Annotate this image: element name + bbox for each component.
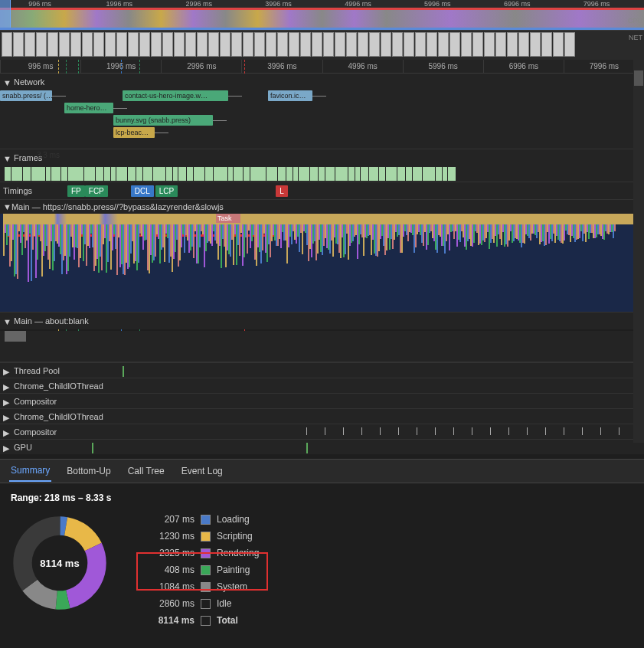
filmstrip-frame[interactable] [289,32,299,57]
filmstrip-frame[interactable] [415,32,426,57]
cpu-overview[interactable]: 996 ms1996 ms2996 ms3996 ms4996 ms5996 m… [0,0,644,31]
frame-segment[interactable] [335,167,348,181]
frame-segment[interactable] [166,167,172,181]
frame-segment[interactable] [136,167,142,181]
frame-segment[interactable] [443,167,447,181]
frame-segment[interactable] [23,167,31,181]
network-toggle[interactable]: ▼Network [0,74,644,90]
childio-toggle-2[interactable]: ▶Chrome_ChildIOThread [0,409,644,424]
filmstrip-frame[interactable] [36,32,47,57]
frame-segment[interactable] [116,167,127,181]
tab-calltree[interactable]: Call Tree [126,461,166,481]
filmstrip-frame[interactable] [518,32,529,57]
net-request[interactable]: favicon.ic… [268,90,312,101]
frame-segment[interactable] [286,167,293,181]
frame-segment[interactable] [436,167,442,181]
filmstrip-frame[interactable] [312,32,322,57]
tab-bottomup[interactable]: Bottom-Up [65,461,112,481]
filmstrip-frame[interactable] [93,32,104,57]
fcp-marker[interactable]: FCP [85,185,108,197]
filmstrip-frame[interactable] [323,32,334,57]
filmstrip-frame[interactable] [47,32,58,57]
filmstrip-frame[interactable] [449,32,460,57]
filmstrip-frame[interactable] [484,32,495,57]
frame-segment[interactable] [397,167,405,181]
main-flamegraph[interactable]: Task [0,214,644,312]
filmstrip-frame[interactable] [139,32,150,57]
fp-marker[interactable]: FP [67,185,85,197]
filmstrip-frame[interactable] [220,32,230,57]
frame-segment[interactable] [46,167,51,181]
range-handle-left[interactable] [0,0,11,31]
filmstrip-frame[interactable] [70,32,81,57]
frame-segment[interactable] [361,167,368,181]
frame-segment[interactable] [325,167,335,181]
frame-segment[interactable] [214,167,227,181]
filmstrip-frame[interactable] [300,32,311,57]
net-request[interactable]: home-hero… [64,103,113,113]
frame-segment[interactable] [187,167,193,181]
filmstrip-frame[interactable] [185,32,196,57]
filmstrip-frame[interactable] [346,32,357,57]
frame-segment[interactable] [31,167,45,181]
filmstrip-frame[interactable] [358,32,368,57]
frames-toggle[interactable]: ▼Frames3.3 ms [0,149,644,166]
compositor-row-2[interactable]: ▶Compositor [0,424,644,439]
frame-segment[interactable] [299,167,309,181]
flame-task-row[interactable] [3,214,641,224]
frame-segment[interactable] [143,167,152,181]
filmstrip-frame[interactable] [59,32,70,57]
filmstrip-frame[interactable] [472,32,483,57]
frame-segment[interactable] [228,167,233,181]
frame-segment[interactable] [11,167,22,181]
frame-segment[interactable] [205,167,213,181]
frame-segment[interactable] [153,167,165,181]
filmstrip-frame[interactable] [208,32,219,57]
aboutblank-task[interactable] [5,331,26,342]
filmstrip-frame[interactable] [13,32,24,57]
filmstrip-frame[interactable] [404,32,414,57]
filmstrip-frame[interactable] [277,32,288,57]
filmstrip-frame[interactable] [128,32,139,57]
net-request[interactable]: snabb.press/ (… [0,90,52,101]
frame-segment[interactable] [128,167,136,181]
main-toggle[interactable]: ▼Main — https://snabb.press//?bypass&laz… [0,200,644,214]
filmstrip-frame[interactable] [553,32,564,57]
gpu-row[interactable]: ▶GPU [0,439,644,454]
filmstrip-frame[interactable] [162,32,173,57]
filmstrip-frame[interactable] [392,32,403,57]
filmstrip-frame[interactable] [541,32,552,57]
filmstrip-frame[interactable] [254,32,265,57]
filmstrip-frame[interactable] [151,32,162,57]
frame-segment[interactable] [51,167,60,181]
dcl-marker[interactable]: DCL [131,185,154,197]
frame-segment[interactable] [293,167,298,181]
filmstrip-frame[interactable] [427,32,437,57]
filmstrip-frame[interactable] [438,32,449,57]
tab-eventlog[interactable]: Event Log [180,461,224,481]
frame-segment[interactable] [448,167,456,181]
net-request[interactable]: contact-us-hero-image.w… [123,90,228,101]
frame-segment[interactable] [234,167,243,181]
frame-segment[interactable] [104,167,110,181]
frame-segment[interactable] [266,167,277,181]
frame-segment[interactable] [61,167,67,181]
frame-segment[interactable] [386,167,397,181]
frame-segment[interactable] [310,167,318,181]
frame-segment[interactable] [278,167,286,181]
frame-segment[interactable] [244,167,250,181]
net-request[interactable]: lcp-beac… [113,127,155,138]
childio-row-1[interactable]: ▶Chrome_ChildIOThread [0,378,644,393]
filmstrip-frame[interactable] [495,32,506,57]
frame-segment[interactable] [84,167,95,181]
network-waterfall[interactable]: snabb.press/ (…home-hero…contact-us-hero… [0,90,644,149]
filmstrip-frame[interactable] [25,32,35,57]
filmstrip-frame[interactable] [381,32,391,57]
time-ruler[interactable]: 996 ms1996 ms2996 ms3996 ms4996 ms5996 m… [0,60,644,74]
load-marker[interactable]: L [276,185,288,197]
task-label[interactable]: Task [216,214,240,223]
filmstrip-frame[interactable] [82,32,93,57]
frame-segment[interactable] [348,167,355,181]
filmstrip-frame[interactable] [335,32,345,57]
frame-segment[interactable] [111,167,116,181]
